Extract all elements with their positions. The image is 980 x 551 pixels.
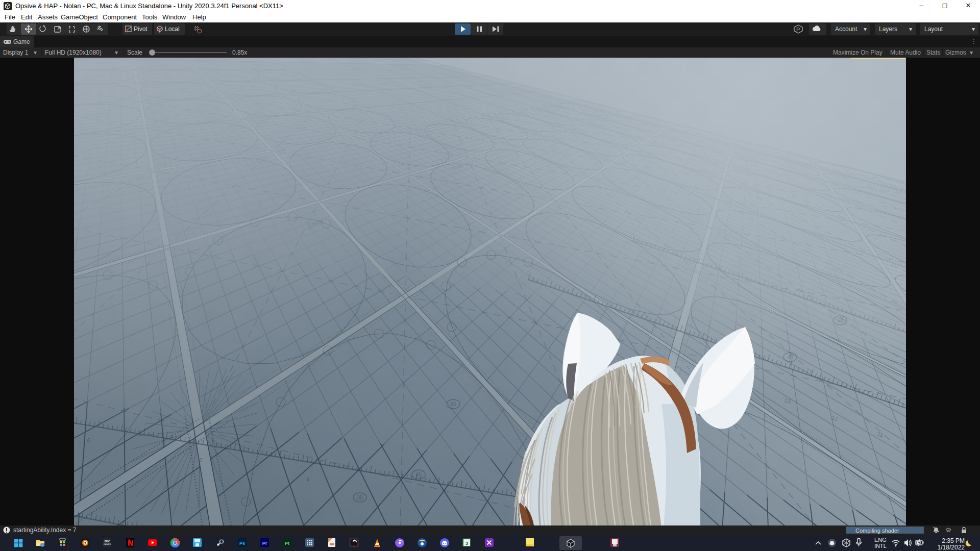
- svg-text:INTL: INTL: [874, 543, 887, 549]
- svg-text:Pt: Pt: [285, 541, 289, 546]
- svg-text:2:35 PM: 2:35 PM: [942, 537, 965, 544]
- svg-text:ENG: ENG: [874, 537, 887, 543]
- svg-text:Ps: Ps: [239, 541, 245, 546]
- svg-text:P: P: [796, 27, 800, 33]
- svg-text:GAMES: GAMES: [103, 543, 111, 545]
- svg-text:3: 3: [465, 540, 468, 546]
- svg-text:Pr: Pr: [262, 541, 267, 546]
- svg-text:1/18/2022: 1/18/2022: [938, 544, 965, 551]
